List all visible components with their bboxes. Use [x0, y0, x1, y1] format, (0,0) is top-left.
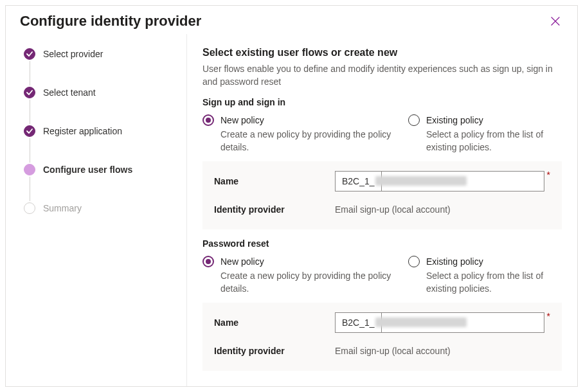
panel-title: Configure identity provider [20, 13, 201, 30]
panel-body: Select provider Select tenant Register a… [6, 34, 577, 386]
pending-step-icon [24, 202, 35, 214]
step-label: Configure user flows [43, 164, 132, 175]
option-new-policy[interactable]: New policy Create a new policy by provid… [202, 114, 408, 154]
option-new-policy[interactable]: New policy Create a new policy by provid… [202, 255, 408, 295]
policy-name-prefix: B2C_1_ [336, 172, 382, 191]
name-field-row: Name B2C_1_ * [214, 312, 550, 334]
step-label: Select provider [43, 48, 103, 60]
option-title: New policy [220, 255, 408, 268]
current-step-icon [24, 164, 35, 175]
idp-value: Email sign-up (local account) [335, 346, 550, 356]
required-indicator: * [547, 170, 550, 179]
idp-field-row: Identity provider Email sign-up (local a… [214, 199, 550, 220]
check-icon [24, 48, 35, 60]
radio-icon [408, 114, 420, 126]
policy-name-input[interactable] [382, 172, 544, 191]
policy-name-input-wrap: B2C_1_ [335, 171, 544, 192]
option-hint: Create a new policy by providing the pol… [220, 128, 408, 154]
name-field-row: Name B2C_1_ * [214, 170, 550, 192]
check-icon [24, 87, 35, 98]
step-summary[interactable]: Summary [24, 202, 175, 217]
signup-signin-options: New policy Create a new policy by provid… [202, 114, 562, 154]
option-hint: Select a policy from the list of existin… [426, 269, 562, 295]
policy-name-prefix: B2C_1_ [336, 313, 382, 332]
idp-value: Email sign-up (local account) [335, 204, 550, 215]
page-heading: Select existing user flows or create new [202, 47, 562, 58]
name-label: Name [214, 317, 335, 328]
main-content: Select existing user flows or create new… [187, 34, 577, 386]
name-label: Name [214, 176, 335, 186]
radio-icon [408, 256, 420, 267]
policy-name-input[interactable] [382, 313, 544, 332]
option-title: Existing policy [426, 114, 562, 127]
option-hint: Select a policy from the list of existin… [426, 128, 562, 154]
option-existing-policy[interactable]: Existing policy Select a policy from the… [408, 114, 562, 154]
option-hint: Create a new policy by providing the pol… [220, 269, 408, 295]
check-icon [24, 125, 35, 137]
option-title: New policy [220, 114, 408, 127]
wizard-sidebar: Select provider Select tenant Register a… [6, 34, 187, 386]
step-label: Register application [43, 125, 122, 137]
step-select-tenant[interactable]: Select tenant [24, 87, 175, 125]
signup-signin-fields: Name B2C_1_ * Identity provider Email si… [202, 161, 562, 229]
idp-label: Identity provider [214, 346, 335, 356]
password-reset-fields: Name B2C_1_ * Identity provider Email si… [202, 303, 562, 371]
step-label: Summary [43, 202, 82, 214]
radio-icon [202, 256, 214, 267]
section-password-reset-title: Password reset [202, 238, 562, 249]
idp-field-row: Identity provider Email sign-up (local a… [214, 340, 550, 362]
option-title: Existing policy [426, 255, 562, 268]
configure-idp-panel: Configure identity provider Select provi… [5, 5, 578, 387]
radio-icon [202, 114, 214, 126]
option-existing-policy[interactable]: Existing policy Select a policy from the… [408, 255, 562, 295]
step-configure-user-flows[interactable]: Configure user flows [24, 164, 175, 202]
page-description: User flows enable you to define and modi… [202, 62, 562, 88]
close-button[interactable] [546, 12, 564, 30]
step-label: Select tenant [43, 87, 96, 98]
wizard-steps: Select provider Select tenant Register a… [24, 48, 175, 217]
section-signup-signin-title: Sign up and sign in [202, 97, 562, 107]
panel-header: Configure identity provider [6, 6, 577, 34]
password-reset-options: New policy Create a new policy by provid… [202, 255, 562, 295]
idp-label: Identity provider [214, 204, 335, 215]
required-indicator: * [547, 312, 550, 321]
step-register-application[interactable]: Register application [24, 125, 175, 164]
step-select-provider[interactable]: Select provider [24, 48, 175, 87]
close-icon [551, 17, 560, 26]
policy-name-input-wrap: B2C_1_ [335, 312, 544, 333]
